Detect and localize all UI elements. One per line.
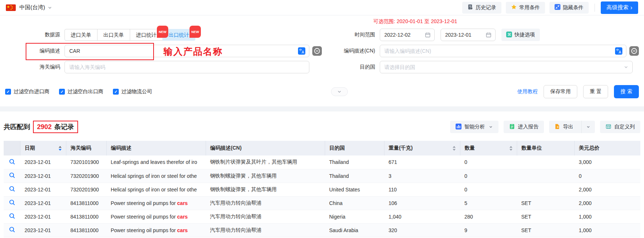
- export-split-button: 导出: [549, 121, 595, 133]
- tab-export-declarations[interactable]: 出口关单: [97, 29, 130, 41]
- favorites-button[interactable]: 常用条件: [506, 2, 545, 14]
- row-search-button[interactable]: [4, 169, 20, 183]
- row-search-button[interactable]: [4, 223, 20, 237]
- results-count-suffix: 条记录: [54, 122, 74, 131]
- checkbox-checked-icon: ✓: [5, 89, 11, 95]
- row-magnifier-icon: [9, 213, 15, 219]
- sort-control[interactable]: [59, 146, 62, 151]
- col-actions-header: [4, 141, 20, 155]
- cell-usd: 3,000: [574, 155, 640, 169]
- row-search-button[interactable]: [4, 196, 20, 210]
- tutorial-link[interactable]: 使用教程: [517, 88, 538, 95]
- cell-date: 2023-12-01: [20, 183, 66, 196]
- custom-columns-label: 自定义列: [614, 124, 635, 130]
- row-search-button[interactable]: [4, 210, 20, 223]
- col-qty-header[interactable]: 数量: [460, 141, 517, 155]
- cell-unit: [517, 183, 574, 196]
- smart-analysis-button[interactable]: 智能分析: [450, 121, 498, 133]
- col-usd-header: 美元总价: [574, 141, 640, 155]
- checkbox-checked-icon: ✓: [113, 89, 119, 95]
- checkbox-label: 过滤空白出口商: [67, 88, 103, 95]
- tab-import-declarations[interactable]: 进口关单: [65, 29, 97, 41]
- country-selector-label[interactable]: 中国(台湾): [19, 4, 45, 11]
- history-button[interactable]: 历史记录: [462, 2, 501, 14]
- translate-icon[interactable]: 中A: [298, 47, 305, 55]
- time-range-label: 时间范围: [322, 32, 375, 38]
- checkbox-filter-blank-importers[interactable]: ✓ 过滤空白进口商: [5, 88, 49, 95]
- hs-code-label: 海关编码: [5, 64, 60, 70]
- sort-control[interactable]: [453, 146, 456, 151]
- enter-report-button[interactable]: 进入报告: [504, 121, 544, 133]
- exclude-filter-icon[interactable]: [312, 46, 322, 56]
- section-divider: [0, 106, 644, 111]
- destination-label: 目的国: [322, 64, 375, 70]
- hide-conditions-button[interactable]: 隐藏条件: [549, 2, 589, 14]
- destination-select-input[interactable]: [384, 64, 621, 70]
- col-country-header: 目的国: [325, 141, 384, 155]
- reset-button[interactable]: 重 置: [583, 85, 608, 98]
- cell-qty: 280: [460, 210, 517, 223]
- date-from-wrap: [380, 29, 435, 41]
- row-magnifier-icon: [9, 186, 15, 192]
- cell-usd: 2,000: [574, 196, 640, 210]
- cell-desc-cn: 钢铁制螺旋弹簧，其他车辆用: [206, 169, 325, 183]
- checkbox-filter-logistics[interactable]: ✓ 过滤物流公司: [113, 88, 152, 95]
- sort-control[interactable]: [509, 146, 512, 151]
- cell-desc: Power steering oil pumps for cars: [106, 210, 206, 223]
- translate-icon[interactable]: 中A: [615, 47, 622, 55]
- cell-hs-code: 7320201900: [66, 183, 106, 196]
- cell-date: 2023-12-01: [20, 196, 66, 210]
- cell-desc: Power steering oil pumps for cars: [106, 196, 206, 210]
- search-button[interactable]: 搜 索: [614, 85, 639, 98]
- export-dropdown-button[interactable]: [581, 121, 595, 133]
- desc-cn-input[interactable]: [384, 48, 613, 54]
- cell-country: Saudi Arabia: [325, 223, 384, 237]
- row-search-button[interactable]: [4, 183, 20, 196]
- desc-input[interactable]: [69, 48, 296, 54]
- cell-date: 2023-12-01: [20, 155, 66, 169]
- row-search-button[interactable]: [4, 155, 20, 169]
- exclude-filter-icon[interactable]: [629, 46, 639, 56]
- save-conditions-button[interactable]: 保存常用: [544, 85, 577, 98]
- checkbox-filter-blank-exporters[interactable]: ✓ 过滤空白出口商: [59, 88, 103, 95]
- cell-weight: 671: [384, 155, 460, 169]
- calendar-icon[interactable]: [486, 32, 492, 38]
- date-from-input[interactable]: [384, 32, 423, 38]
- history-icon: [467, 4, 473, 11]
- cell-hs-code: 8413811000: [66, 210, 106, 223]
- col-desc-cn-header: 编码描述(CN): [206, 141, 325, 155]
- filter-panel: 数据源 进口关单 出口关单 进口统计NEW 出口统计NEW 编码描述 中A: [0, 15, 644, 99]
- collapse-icon: [555, 4, 560, 11]
- cell-hs-code: 8413811000: [66, 223, 106, 237]
- desc-input-wrap: 中A: [65, 45, 309, 57]
- checkbox-label: 过滤物流公司: [121, 88, 152, 95]
- hs-code-input[interactable]: [69, 64, 305, 70]
- cell-country: Nigeria: [325, 210, 384, 223]
- cell-unit: [517, 169, 574, 183]
- destination-select[interactable]: [380, 61, 633, 73]
- cell-desc-cn: 汽车用动力转向油帮浦: [206, 210, 325, 223]
- col-date-header[interactable]: 日期: [20, 141, 66, 155]
- collapse-filters-button[interactable]: [331, 87, 348, 96]
- cell-unit: [517, 155, 574, 169]
- col-desc-header: 编码描述: [106, 141, 206, 155]
- tab-import-statistics[interactable]: 进口统计NEW: [130, 29, 163, 41]
- chevron-down-icon: [337, 89, 342, 94]
- col-weight-header[interactable]: 重量(千克): [384, 141, 460, 155]
- svg-text:A: A: [302, 50, 304, 54]
- cell-desc: Helical springs of iron or steel for oth…: [106, 183, 206, 196]
- chevron-down-icon[interactable]: [47, 5, 52, 10]
- datasource-label: 数据源: [5, 32, 60, 38]
- table-header-row: 日期 海关编码 编码描述 编码描述(CN) 目的国 重量(千克) 数量: [4, 141, 640, 155]
- quick-options-button[interactable]: ⌘ 快捷选项: [501, 29, 540, 41]
- export-button[interactable]: 导出: [549, 121, 578, 133]
- calendar-icon[interactable]: [425, 32, 431, 38]
- advanced-search-button[interactable]: 高级搜索 ›: [601, 1, 638, 14]
- results-count-prefix: 共匹配到: [4, 122, 30, 131]
- cell-weight: 106: [384, 196, 460, 210]
- cell-usd: 0: [574, 169, 640, 183]
- cell-qty: 0: [460, 155, 517, 169]
- date-to-input[interactable]: [445, 32, 483, 38]
- results-count-red-box: 2902 条记录: [33, 121, 78, 133]
- custom-columns-button[interactable]: 自定义列: [600, 121, 640, 133]
